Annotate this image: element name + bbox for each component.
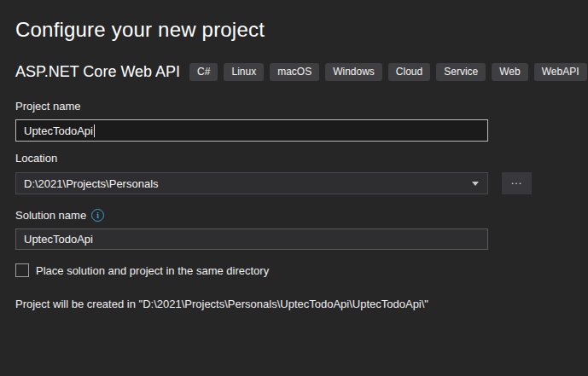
tag-linux: Linux	[224, 63, 264, 81]
project-name-label: Project name	[15, 100, 573, 113]
creation-path-note: Project will be created in "D:\2021\Proj…	[15, 298, 573, 310]
tag-webapi: WebAPI	[534, 63, 587, 81]
configure-project-dialog: { "dialog": { "title": "Configure your n…	[0, 0, 588, 376]
same-directory-row: Place solution and project in the same d…	[15, 263, 573, 277]
tag-csharp: C#	[189, 63, 218, 81]
location-row: D:\2021\Projects\Personals ...	[15, 172, 573, 194]
solution-name-label: Solution name	[15, 209, 86, 222]
solution-name-input[interactable]: UptecTodoApi	[15, 228, 488, 250]
tag-macos: macOS	[270, 63, 319, 81]
template-name: ASP.NET Core Web API	[15, 63, 180, 81]
chevron-down-icon	[472, 182, 479, 186]
dialog-body: Configure your new project ASP.NET Core …	[0, 18, 588, 310]
same-directory-label: Place solution and project in the same d…	[36, 264, 269, 277]
tag-service: Service	[436, 63, 486, 81]
tag-web: Web	[492, 63, 527, 81]
project-name-value: UptecTodoApi	[24, 124, 93, 137]
location-value: D:\2021\Projects\Personals	[24, 177, 472, 190]
location-dropdown[interactable]: D:\2021\Projects\Personals	[15, 172, 488, 194]
same-directory-checkbox[interactable]	[15, 263, 29, 277]
template-header: ASP.NET Core Web API C# Linux macOS Wind…	[15, 63, 573, 81]
project-name-input[interactable]: UptecTodoApi	[15, 119, 488, 142]
solution-name-label-row: Solution name i	[15, 209, 573, 222]
text-caret	[94, 124, 95, 137]
tag-windows: Windows	[325, 63, 382, 81]
browse-button[interactable]: ...	[502, 172, 532, 194]
solution-name-value: UptecTodoApi	[24, 233, 93, 246]
info-icon[interactable]: i	[91, 209, 104, 222]
page-title: Configure your new project	[15, 18, 573, 41]
location-label: Location	[15, 152, 573, 165]
tag-cloud: Cloud	[388, 63, 430, 81]
